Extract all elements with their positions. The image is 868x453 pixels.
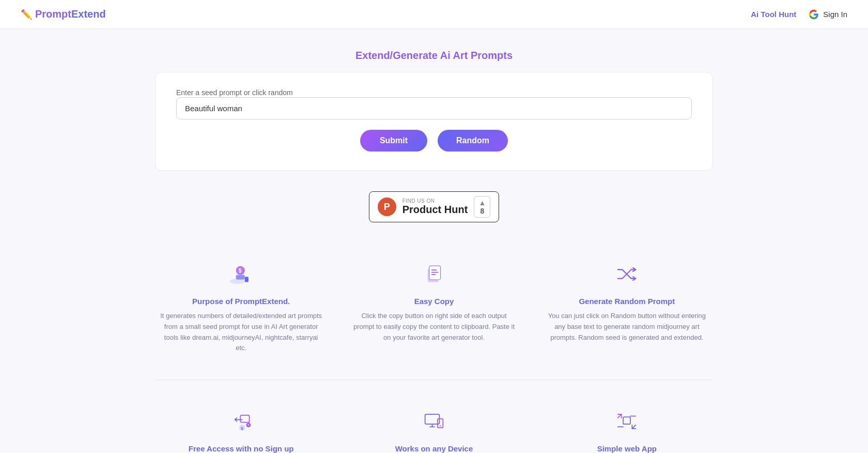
features-grid-2: $ + Free Access with no Sign up Free of … bbox=[155, 396, 713, 453]
header: ✏️ PromptExtend Ai Tool Hunt Sign In bbox=[0, 0, 868, 29]
features-grid: $ Purpose of PromptExtend. It generates … bbox=[155, 248, 713, 364]
svg-text:+: + bbox=[247, 423, 250, 428]
product-hunt-votes: ▲ 8 bbox=[474, 196, 490, 218]
svg-rect-7 bbox=[429, 266, 440, 279]
header-right: Ai Tool Hunt Sign In bbox=[751, 9, 847, 20]
svg-rect-10 bbox=[431, 274, 436, 275]
free-access-icon: $ + bbox=[226, 406, 257, 437]
ai-tool-hunt-link[interactable]: Ai Tool Hunt bbox=[751, 10, 796, 19]
easy-copy-icon bbox=[419, 259, 450, 290]
svg-rect-19 bbox=[438, 419, 443, 428]
product-hunt-logo: P bbox=[378, 198, 396, 216]
svg-rect-8 bbox=[431, 269, 437, 270]
vote-count: 8 bbox=[480, 207, 484, 215]
feature-random-prompt: Generate Random Prompt You can just clic… bbox=[541, 248, 713, 364]
works-device-icon bbox=[419, 406, 450, 437]
feature-random-prompt-title: Generate Random Prompt bbox=[579, 297, 675, 306]
feature-easy-copy-desc: Click the copy button on right side of e… bbox=[353, 311, 515, 343]
sign-in-button[interactable]: Sign In bbox=[809, 9, 847, 20]
svg-rect-21 bbox=[623, 417, 630, 425]
feature-works-device-title: Works on any Device bbox=[395, 444, 473, 453]
features-section: $ Purpose of PromptExtend. It generates … bbox=[155, 248, 713, 453]
feature-purpose-desc: It generates numbers of detailed/extende… bbox=[160, 311, 322, 354]
button-row: Submit Random bbox=[176, 130, 692, 152]
svg-rect-1 bbox=[236, 275, 244, 280]
logo-icon: ✏️ bbox=[21, 9, 32, 20]
main-content: Extend/Generate Ai Art Prompts Enter a s… bbox=[0, 29, 868, 453]
svg-rect-4 bbox=[245, 277, 249, 282]
feature-works-device: Works on any Device The web application … bbox=[348, 396, 520, 453]
purpose-icon: $ bbox=[226, 259, 257, 290]
divider bbox=[155, 380, 713, 380]
upvote-arrow-icon: ▲ bbox=[478, 199, 486, 207]
svg-text:$: $ bbox=[238, 268, 241, 274]
feature-easy-copy-title: Easy Copy bbox=[414, 297, 454, 306]
svg-text:$: $ bbox=[241, 426, 243, 431]
feature-easy-copy: Easy Copy Click the copy button on right… bbox=[348, 248, 520, 364]
feature-free-access: $ + Free Access with no Sign up Free of … bbox=[155, 396, 327, 453]
feature-simple-web: Simple web App Very easy to use, just en… bbox=[541, 396, 713, 453]
feature-simple-web-title: Simple web App bbox=[597, 444, 657, 453]
feature-free-access-title: Free Access with no Sign up bbox=[189, 444, 294, 453]
sign-in-label: Sign In bbox=[823, 10, 847, 19]
prompt-card: Enter a seed prompt or click random Subm… bbox=[155, 72, 713, 171]
google-icon bbox=[809, 9, 819, 20]
svg-rect-9 bbox=[431, 272, 439, 273]
logo[interactable]: ✏️ PromptExtend bbox=[21, 8, 106, 20]
page-title: Extend/Generate Ai Art Prompts bbox=[355, 50, 513, 62]
simple-web-icon bbox=[611, 406, 642, 437]
svg-rect-11 bbox=[240, 415, 249, 422]
feature-purpose-title: Purpose of PromptExtend. bbox=[192, 297, 290, 306]
prompt-label: Enter a seed prompt or click random bbox=[176, 88, 293, 97]
product-hunt-find-us: FIND US ON bbox=[402, 198, 468, 204]
prompt-input[interactable] bbox=[176, 97, 692, 119]
feature-purpose: $ Purpose of PromptExtend. It generates … bbox=[155, 248, 327, 364]
product-hunt-badge[interactable]: P FIND US ON Product Hunt ▲ 8 bbox=[369, 191, 500, 222]
feature-random-prompt-desc: You can just click on Random button with… bbox=[546, 311, 708, 343]
logo-prompt: PromptExtend bbox=[35, 8, 106, 20]
submit-button[interactable]: Submit bbox=[360, 130, 427, 152]
random-prompt-icon bbox=[611, 259, 642, 290]
random-button[interactable]: Random bbox=[438, 130, 508, 152]
product-hunt-text: FIND US ON Product Hunt bbox=[402, 198, 468, 216]
product-hunt-name: Product Hunt bbox=[402, 204, 468, 216]
